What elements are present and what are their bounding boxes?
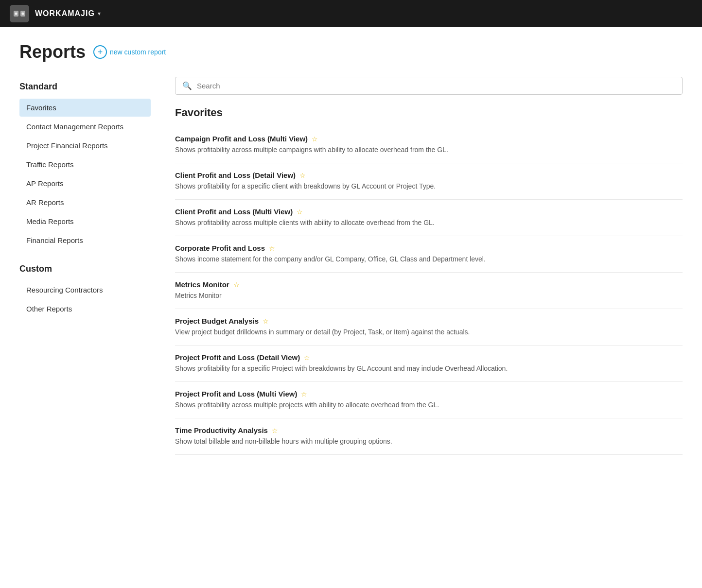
- favorite-star-icon[interactable]: ☆: [299, 172, 306, 179]
- favorite-star-icon[interactable]: ☆: [304, 354, 310, 362]
- sidebar: Standard FavoritesContact Management Rep…: [19, 77, 160, 455]
- report-description: Show total billable and non-billable hou…: [175, 436, 683, 447]
- sidebar-item-traffic[interactable]: Traffic Reports: [19, 156, 151, 173]
- sidebar-item-ar[interactable]: AR Reports: [19, 193, 151, 211]
- report-name[interactable]: Metrics Monitor: [175, 280, 229, 289]
- report-list: Campaign Profit and Loss (Multi View)☆Sh…: [175, 127, 683, 455]
- sidebar-standard-label: Standard: [19, 82, 151, 92]
- favorite-star-icon[interactable]: ☆: [301, 390, 307, 398]
- sidebar-item-financial[interactable]: Financial Reports: [19, 231, 151, 249]
- app-name: WORKAMAJIG: [35, 9, 95, 18]
- report-name[interactable]: Client Profit and Loss (Multi View): [175, 208, 293, 216]
- report-description: Shows income statement for the company a…: [175, 254, 683, 264]
- report-name[interactable]: Project Profit and Loss (Detail View): [175, 353, 300, 362]
- favorite-star-icon[interactable]: ☆: [233, 281, 240, 289]
- main-area: Standard FavoritesContact Management Rep…: [19, 77, 683, 455]
- search-icon: 🔍: [182, 81, 192, 90]
- report-name[interactable]: Corporate Profit and Loss: [175, 244, 265, 252]
- report-item: Client Profit and Loss (Detail View)☆Sho…: [175, 163, 683, 200]
- sidebar-item-media[interactable]: Media Reports: [19, 212, 151, 230]
- sidebar-custom-label: Custom: [19, 264, 151, 274]
- new-custom-report-label: new custom report: [110, 48, 166, 56]
- report-item: Client Profit and Loss (Multi View)☆Show…: [175, 200, 683, 236]
- report-description: View project budget drilldowns in summar…: [175, 327, 683, 337]
- report-description: Metrics Monitor: [175, 291, 683, 301]
- sidebar-item-contact-management[interactable]: Contact Management Reports: [19, 118, 151, 136]
- page-header: Reports + new custom report: [19, 42, 683, 62]
- report-name[interactable]: Project Budget Analysis: [175, 317, 259, 325]
- sidebar-item-other[interactable]: Other Reports: [19, 300, 151, 318]
- sidebar-item-resourcing[interactable]: Resourcing Contractors: [19, 281, 151, 299]
- favorite-star-icon[interactable]: ☆: [272, 427, 278, 434]
- report-item: Corporate Profit and Loss☆Shows income s…: [175, 236, 683, 273]
- report-item: Time Productivity Analysis☆Show total bi…: [175, 418, 683, 455]
- sidebar-item-favorites[interactable]: Favorites: [19, 99, 151, 117]
- search-bar: 🔍: [175, 77, 683, 95]
- report-item-header: Client Profit and Loss (Detail View)☆: [175, 171, 683, 179]
- report-name[interactable]: Client Profit and Loss (Detail View): [175, 171, 296, 179]
- report-description: Shows profitability across multiple proj…: [175, 400, 683, 410]
- report-item-header: Client Profit and Loss (Multi View)☆: [175, 208, 683, 216]
- favorites-section-title: Favorites: [175, 106, 683, 119]
- sidebar-custom-section: Custom Resourcing ContractorsOther Repor…: [19, 264, 151, 318]
- report-item: Metrics Monitor☆Metrics Monitor: [175, 273, 683, 309]
- sidebar-item-ap[interactable]: AP Reports: [19, 174, 151, 192]
- report-description: Shows profitability for a specific clien…: [175, 181, 683, 191]
- report-item-header: Time Productivity Analysis☆: [175, 426, 683, 434]
- app-logo: [10, 5, 29, 22]
- svg-point-2: [15, 13, 18, 15]
- sidebar-custom-items: Resourcing ContractorsOther Reports: [19, 281, 151, 318]
- report-item: Project Profit and Loss (Multi View)☆Sho…: [175, 382, 683, 418]
- report-item: Project Profit and Loss (Detail View)☆Sh…: [175, 346, 683, 382]
- report-description: Shows profitability across multiple camp…: [175, 145, 683, 155]
- report-name[interactable]: Campaign Profit and Loss (Multi View): [175, 135, 308, 143]
- report-item-header: Corporate Profit and Loss☆: [175, 244, 683, 252]
- svg-point-3: [22, 13, 24, 15]
- top-navigation: WORKAMAJIG ▾: [0, 0, 702, 27]
- report-item-header: Campaign Profit and Loss (Multi View)☆: [175, 135, 683, 143]
- sidebar-standard-items: FavoritesContact Management ReportsProje…: [19, 99, 151, 249]
- report-item: Project Budget Analysis☆View project bud…: [175, 309, 683, 346]
- page-title: Reports: [19, 42, 86, 62]
- report-name[interactable]: Time Productivity Analysis: [175, 426, 268, 434]
- report-item-header: Project Budget Analysis☆: [175, 317, 683, 325]
- new-custom-report-button[interactable]: + new custom report: [93, 45, 166, 59]
- search-input[interactable]: [197, 82, 675, 90]
- report-item-header: Metrics Monitor☆: [175, 280, 683, 289]
- content-area: 🔍 Favorites Campaign Profit and Loss (Mu…: [160, 77, 683, 455]
- report-item-header: Project Profit and Loss (Detail View)☆: [175, 353, 683, 362]
- report-description: Shows profitability for a specific Proje…: [175, 363, 683, 374]
- new-custom-report-icon: +: [93, 45, 107, 59]
- favorite-star-icon[interactable]: ☆: [297, 208, 303, 216]
- report-name[interactable]: Project Profit and Loss (Multi View): [175, 390, 297, 398]
- report-item: Campaign Profit and Loss (Multi View)☆Sh…: [175, 127, 683, 163]
- report-item-header: Project Profit and Loss (Multi View)☆: [175, 390, 683, 398]
- favorite-star-icon[interactable]: ☆: [312, 135, 318, 143]
- sidebar-item-project-financial[interactable]: Project Financial Reports: [19, 137, 151, 155]
- favorite-star-icon[interactable]: ☆: [269, 244, 275, 252]
- app-dropdown-chevron[interactable]: ▾: [98, 10, 101, 17]
- favorite-star-icon[interactable]: ☆: [263, 317, 269, 325]
- report-description: Shows profitability across multiple clie…: [175, 218, 683, 228]
